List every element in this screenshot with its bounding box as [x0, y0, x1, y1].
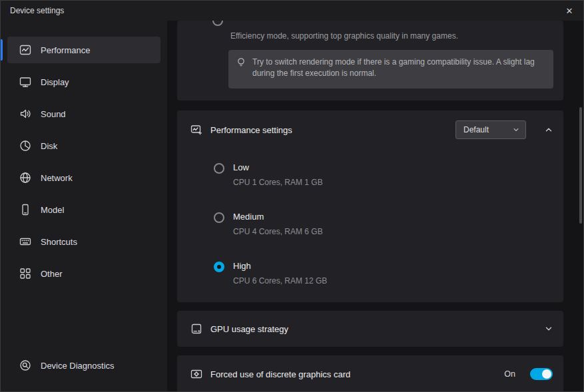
performance-settings-header: Performance settings Default — [177, 110, 563, 149]
rendering-mode-card: Efficiency mode, supporting top graphics… — [177, 21, 563, 100]
forced-discrete-gpu-card: Forced use of discrete graphics card On — [177, 355, 563, 392]
radio-medium[interactable] — [214, 212, 224, 223]
device-settings-window: Device settings ✕ Performance Display So… — [0, 0, 584, 392]
option-label: High — [233, 261, 327, 271]
chevron-down-icon — [513, 126, 519, 133]
window-title: Device settings — [10, 6, 64, 15]
selected-indicator — [1, 39, 3, 61]
chevron-up-icon — [545, 126, 553, 134]
option-high[interactable]: High CPU 6 Cores, RAM 12 GB — [214, 261, 327, 286]
close-button[interactable]: ✕ — [555, 1, 583, 21]
discrete-gpu-icon — [190, 368, 202, 380]
tip-box: Try to switch rendering mode if there is… — [228, 50, 553, 89]
performance-icon — [19, 44, 31, 56]
sidebar-item-label: Sound — [41, 109, 66, 119]
sidebar-item-performance[interactable]: Performance — [7, 37, 160, 63]
sidebar-item-label: Disk — [41, 141, 57, 151]
other-grid-icon — [19, 268, 31, 280]
sidebar-item-label: Shortcuts — [41, 237, 77, 247]
option-label: Low — [233, 162, 323, 172]
sidebar-item-other[interactable]: Other — [7, 260, 160, 287]
sidebar-item-shortcuts[interactable]: Shortcuts — [7, 228, 160, 255]
display-icon — [19, 76, 31, 88]
option-medium[interactable]: Medium CPU 4 Cores, RAM 6 GB — [214, 212, 323, 236]
scrollbar-thumb[interactable] — [579, 107, 582, 224]
sound-icon — [19, 108, 31, 120]
gpu-usage-strategy-card[interactable]: GPU usage strategy — [177, 311, 563, 347]
sidebar-item-disk[interactable]: Disk — [7, 132, 160, 159]
performance-settings-card: Performance settings Default Low — [177, 110, 563, 302]
tip-text: Try to switch rendering mode if there is… — [252, 57, 544, 82]
diagnostics-icon — [19, 359, 31, 371]
sidebar-item-label: Network — [41, 173, 73, 183]
disk-icon — [19, 140, 31, 152]
gpu-strategy-icon — [190, 323, 202, 335]
network-icon — [19, 172, 31, 184]
option-description: CPU 4 Cores, RAM 6 GB — [233, 227, 323, 236]
close-icon: ✕ — [566, 6, 573, 16]
option-description: CPU 6 Cores, RAM 12 GB — [233, 276, 327, 286]
shortcuts-icon — [19, 236, 31, 248]
card-title: GPU usage strategy — [210, 324, 288, 334]
title-bar: Device settings — [1, 1, 584, 21]
preset-dropdown[interactable]: Default — [455, 120, 526, 139]
radio-low[interactable] — [214, 163, 224, 174]
card-title: Performance settings — [210, 125, 292, 135]
rendering-mode-description: Efficiency mode, supporting top graphics… — [230, 31, 458, 41]
performance-settings-icon — [190, 124, 202, 136]
radio-high[interactable] — [214, 262, 224, 272]
sidebar-item-device-diagnostics[interactable]: Device Diagnostics — [7, 352, 160, 379]
option-label: Medium — [233, 212, 323, 222]
collapse-section-button[interactable] — [543, 124, 554, 135]
toggle-knob — [542, 369, 551, 379]
sidebar-item-label: Performance — [41, 45, 90, 55]
sidebar-item-display[interactable]: Display — [7, 69, 160, 95]
toggle-state-label: On — [504, 369, 515, 379]
dropdown-value: Default — [463, 125, 489, 134]
sidebar-item-label: Display — [41, 77, 69, 87]
chevron-down-icon — [545, 325, 553, 333]
radio-rendering-mode[interactable] — [212, 21, 223, 26]
model-icon — [19, 204, 31, 216]
lightbulb-icon — [236, 57, 246, 68]
option-low[interactable]: Low CPU 1 Cores, RAM 1 GB — [214, 162, 323, 187]
sidebar-item-label: Other — [41, 269, 63, 279]
sidebar-item-label: Model — [41, 205, 64, 215]
settings-content: Efficiency mode, supporting top graphics… — [167, 21, 584, 392]
card-title: Forced use of discrete graphics card — [210, 369, 350, 379]
sidebar: Performance Display Sound Disk — [1, 21, 167, 392]
sidebar-item-sound[interactable]: Sound — [7, 100, 160, 127]
sidebar-item-model[interactable]: Model — [7, 196, 160, 223]
sidebar-item-label: Device Diagnostics — [41, 361, 115, 371]
sidebar-item-network[interactable]: Network — [7, 164, 160, 191]
option-description: CPU 1 Cores, RAM 1 GB — [233, 178, 323, 187]
discrete-gpu-toggle[interactable] — [530, 368, 553, 380]
